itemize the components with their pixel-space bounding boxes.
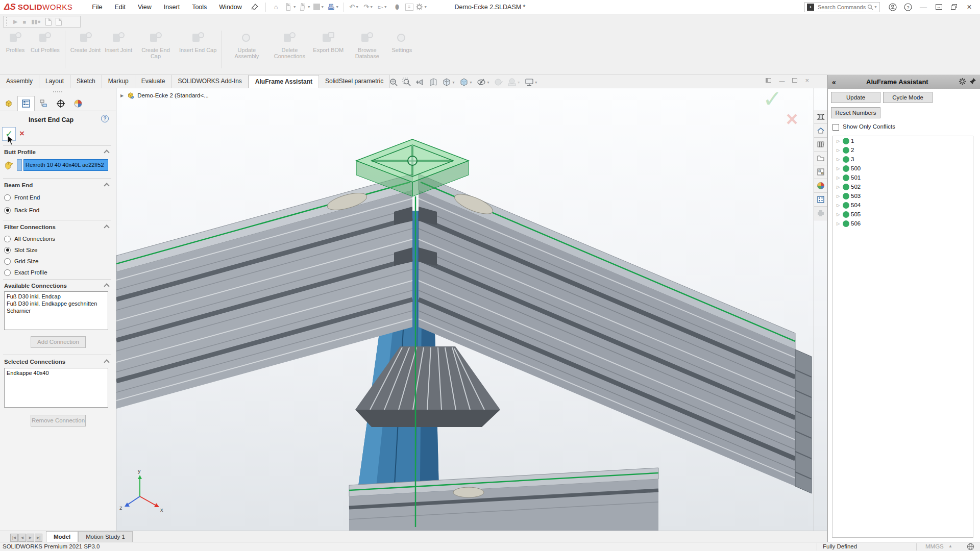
- pin-icon[interactable]: [249, 2, 261, 12]
- expand-triangle-icon[interactable]: ▶: [120, 93, 124, 98]
- user-icon[interactable]: [885, 1, 900, 13]
- menu-tools[interactable]: Tools: [186, 2, 213, 12]
- toolbar-drag-handle[interactable]: [6, 17, 9, 27]
- first-tab-icon[interactable]: |◀: [10, 534, 18, 542]
- fullscreen-icon[interactable]: ↔: [931, 1, 946, 13]
- radio-circle[interactable]: [4, 247, 11, 254]
- close-icon[interactable]: ×: [962, 1, 977, 13]
- aluframe-icon[interactable]: [814, 207, 827, 220]
- list-item[interactable]: Scharnier: [7, 307, 106, 314]
- selected-connections-header[interactable]: Selected Connections: [4, 359, 65, 365]
- next-tab-icon[interactable]: ▶: [27, 534, 34, 542]
- menu-file[interactable]: File: [86, 2, 108, 12]
- collapse-panel-icon[interactable]: «: [832, 78, 836, 86]
- radio-circle[interactable]: [4, 269, 11, 276]
- insert-joint-button[interactable]: Insert Joint: [103, 29, 134, 54]
- pin-panel-icon[interactable]: [969, 78, 976, 86]
- expand-icon[interactable]: ▷: [837, 139, 843, 143]
- delete-connections-button[interactable]: Delete Connections: [268, 29, 311, 60]
- hide-show-items-icon[interactable]: ▼: [477, 78, 490, 87]
- panel-gear-icon[interactable]: [959, 78, 966, 87]
- expand-icon[interactable]: ▷: [837, 221, 843, 226]
- view-settings-icon[interactable]: ▼: [525, 78, 538, 87]
- menu-edit[interactable]: Edit: [108, 2, 132, 12]
- beam-left[interactable]: [116, 174, 412, 409]
- show-only-conflicts-label[interactable]: Show Only Conflicts: [843, 123, 895, 130]
- displaymanager-tab[interactable]: [69, 96, 87, 111]
- menu-window[interactable]: Window: [213, 2, 248, 12]
- print-icon[interactable]: 🖶▼: [327, 2, 339, 12]
- undo-icon[interactable]: ↶▼: [348, 2, 360, 12]
- available-connections-header[interactable]: Available Connections: [4, 283, 67, 289]
- settings-button[interactable]: Settings: [388, 29, 415, 54]
- radio-circle[interactable]: [4, 194, 11, 201]
- dimxpertmanager-tab[interactable]: [52, 96, 69, 111]
- butt-profile-field[interactable]: Rexroth 10 40 40x40L ae22ff52: [23, 159, 108, 171]
- redo-icon[interactable]: ↷▼: [362, 2, 375, 12]
- remove-connection-button[interactable]: Remove Connection: [31, 415, 86, 427]
- restore-icon[interactable]: [946, 1, 962, 13]
- profiles-button[interactable]: Profiles: [2, 29, 29, 54]
- radio-circle[interactable]: [4, 258, 11, 265]
- prev-tab-icon[interactable]: ◀: [18, 534, 26, 542]
- radio-back-end[interactable]: Back End: [4, 206, 39, 214]
- panel-drag-handle[interactable]: [53, 91, 63, 92]
- touch-icon[interactable]: ⬮: [391, 2, 403, 12]
- reset-numbers-button[interactable]: Reset Numbers: [831, 107, 880, 118]
- beam-end-header[interactable]: Beam End: [4, 182, 33, 188]
- design-library-icon[interactable]: [814, 138, 827, 152]
- radio-circle[interactable]: [4, 207, 11, 214]
- last-tab-icon[interactable]: ▶|: [35, 534, 42, 542]
- search-dropdown-icon[interactable]: ▼: [874, 5, 877, 9]
- create-joint-button[interactable]: Create Joint: [68, 29, 103, 54]
- home-icon[interactable]: ⌂: [270, 2, 282, 12]
- edit-macro-icon[interactable]: [56, 18, 62, 26]
- search-icon[interactable]: [867, 4, 873, 10]
- collapse-chevron-icon[interactable]: [104, 359, 109, 365]
- expand-icon[interactable]: ▷: [837, 148, 843, 153]
- update-button[interactable]: Update: [831, 92, 880, 103]
- tab-aluframe-assistant[interactable]: AluFrame Assistant: [249, 75, 319, 88]
- tab-evaluate[interactable]: Evaluate: [135, 75, 172, 88]
- add-connection-button[interactable]: Add Connection: [31, 336, 86, 348]
- help-icon[interactable]: ?: [900, 1, 916, 13]
- tree-row[interactable]: ▷502: [832, 182, 973, 191]
- doc-close-icon[interactable]: ×: [805, 77, 809, 84]
- insert-end-cap-button[interactable]: Insert End Cap: [177, 29, 218, 54]
- assembly-3d-scene[interactable]: y x z: [116, 88, 827, 531]
- radio-all-connections[interactable]: All Connections: [4, 235, 55, 243]
- fastener-pad[interactable]: [453, 487, 484, 497]
- previous-view-icon[interactable]: [415, 78, 425, 87]
- confirmation-cancel-icon[interactable]: ×: [786, 108, 798, 131]
- custom-properties-icon[interactable]: [814, 193, 827, 207]
- menu-insert[interactable]: Insert: [158, 2, 186, 12]
- new-document-icon[interactable]: ▼: [284, 2, 297, 12]
- view-orientation-icon[interactable]: ▼: [442, 78, 455, 87]
- menu-view[interactable]: View: [132, 2, 158, 12]
- tab-sketch[interactable]: Sketch: [70, 75, 102, 88]
- search-commands-box[interactable]: › ▼: [804, 2, 880, 12]
- zoom-fit-icon[interactable]: [389, 78, 398, 87]
- show-only-conflicts-checkbox[interactable]: [832, 124, 839, 131]
- units-selector[interactable]: MMGS: [925, 543, 944, 549]
- cycle-mode-button[interactable]: Cycle Mode: [883, 92, 933, 103]
- apply-scene-icon[interactable]: ▼: [507, 78, 521, 87]
- display-style-icon[interactable]: ▼: [459, 78, 473, 87]
- radio-circle[interactable]: [4, 236, 11, 242]
- panel-help-icon[interactable]: ?: [101, 115, 109, 122]
- cancel-button[interactable]: ×: [19, 129, 24, 139]
- open-icon[interactable]: ▼: [299, 2, 311, 12]
- collapse-chevron-icon[interactable]: [104, 283, 109, 289]
- tree-row[interactable]: ▷1: [832, 136, 973, 145]
- tab-markup[interactable]: Markup: [102, 75, 135, 88]
- tile-window-icon[interactable]: [763, 78, 774, 84]
- expand-icon[interactable]: ▷: [837, 157, 843, 162]
- search-commands-input[interactable]: [817, 4, 867, 11]
- expand-icon[interactable]: ▷: [837, 185, 843, 189]
- tab-assembly[interactable]: Assembly: [0, 75, 39, 88]
- tree-row[interactable]: ▷2: [832, 145, 973, 155]
- tab-solidsteel-parametric[interactable]: SolidSteel parametric: [319, 75, 390, 88]
- confirmation-check-icon[interactable]: ✓: [763, 88, 782, 113]
- select-icon[interactable]: ▻▼: [377, 2, 389, 12]
- units-dropdown-icon[interactable]: ▲: [948, 544, 952, 548]
